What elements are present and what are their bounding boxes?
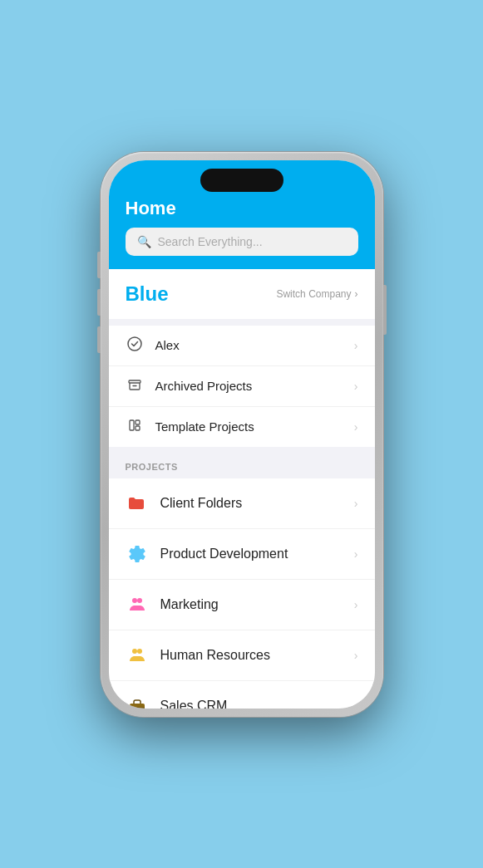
menu-item-alex-left: Alex <box>126 336 180 355</box>
silent-button <box>97 326 101 353</box>
briefcase-brown-icon <box>126 694 149 709</box>
volume-down-button <box>97 289 101 316</box>
projects-section-header: PROJECTS <box>109 447 375 478</box>
client-folders-label: Client Folders <box>160 496 243 511</box>
marketing-chevron: › <box>354 598 358 611</box>
projects-label: PROJECTS <box>126 462 178 472</box>
project-item-client-folders[interactable]: Client Folders › <box>109 478 375 529</box>
menu-list: Alex › <box>109 326 375 447</box>
menu-item-template[interactable]: Template Projects › <box>109 407 375 447</box>
project-client-folders-left: Client Folders <box>126 492 243 515</box>
human-resources-chevron: › <box>354 649 358 662</box>
search-icon: 🔍 <box>137 235 151 248</box>
folder-red-icon <box>126 492 149 515</box>
human-resources-label: Human Resources <box>160 648 271 663</box>
project-item-marketing[interactable]: Marketing › <box>109 580 375 630</box>
product-dev-label: Product Development <box>160 547 288 562</box>
product-dev-chevron: › <box>354 547 358 561</box>
project-human-resources-left: Human Resources <box>126 644 271 667</box>
archived-label: Archived Projects <box>155 379 253 393</box>
svg-point-0 <box>128 337 141 351</box>
people-pink-icon <box>126 593 149 616</box>
alex-label: Alex <box>155 338 180 352</box>
switch-company-chevron: › <box>355 288 358 300</box>
project-marketing-left: Marketing <box>126 593 219 616</box>
power-button <box>383 285 387 335</box>
dynamic-island <box>200 169 283 192</box>
divider <box>109 319 375 326</box>
svg-rect-1 <box>129 380 140 383</box>
main-content: Blue Switch Company › <box>109 269 375 709</box>
client-folders-chevron: › <box>354 497 358 510</box>
archived-chevron: › <box>354 380 358 393</box>
volume-up-button <box>97 252 101 278</box>
people-yellow-icon <box>126 644 149 667</box>
template-label: Template Projects <box>155 419 254 434</box>
company-section: Blue Switch Company › <box>109 269 375 319</box>
marketing-label: Marketing <box>160 597 219 612</box>
project-product-dev-left: Product Development <box>126 542 288 566</box>
project-item-human-resources[interactable]: Human Resources › <box>109 630 375 681</box>
gear-blue-icon <box>126 542 149 566</box>
screen-content: Home 🔍 Search Everything... Blue Switch … <box>109 160 375 709</box>
phone-frame: Home 🔍 Search Everything... Blue Switch … <box>101 152 383 717</box>
project-sales-crm-left: Sales CRM <box>126 694 228 709</box>
search-bar[interactable]: 🔍 Search Everything... <box>126 228 358 256</box>
menu-item-archived-left: Archived Projects <box>126 377 253 395</box>
svg-point-6 <box>137 598 142 603</box>
menu-item-template-left: Template Projects <box>126 418 254 436</box>
svg-rect-2 <box>130 420 134 430</box>
svg-rect-3 <box>136 420 140 424</box>
switch-company-button[interactable]: Switch Company › <box>276 288 357 300</box>
sales-crm-chevron: › <box>354 699 358 709</box>
alex-chevron: › <box>354 339 358 352</box>
search-input: Search Everything... <box>158 235 263 248</box>
archive-icon <box>126 377 144 395</box>
menu-item-archived[interactable]: Archived Projects › <box>109 366 375 407</box>
check-icon <box>126 336 144 355</box>
projects-list: Client Folders › Produc <box>109 478 375 709</box>
svg-point-8 <box>132 649 137 654</box>
project-item-product-dev[interactable]: Product Development › <box>109 529 375 580</box>
menu-item-alex[interactable]: Alex › <box>109 326 375 366</box>
phone-screen: Home 🔍 Search Everything... Blue Switch … <box>109 160 375 709</box>
svg-point-9 <box>137 649 142 654</box>
project-item-sales-crm[interactable]: Sales CRM › <box>109 681 375 709</box>
svg-point-5 <box>132 598 137 603</box>
sales-crm-label: Sales CRM <box>160 699 228 709</box>
switch-company-label: Switch Company <box>276 288 351 300</box>
svg-point-7 <box>139 601 140 601</box>
company-name: Blue <box>126 282 169 306</box>
template-chevron: › <box>354 420 358 434</box>
page-title: Home <box>126 198 358 219</box>
svg-rect-4 <box>136 426 140 430</box>
template-icon <box>126 418 144 436</box>
